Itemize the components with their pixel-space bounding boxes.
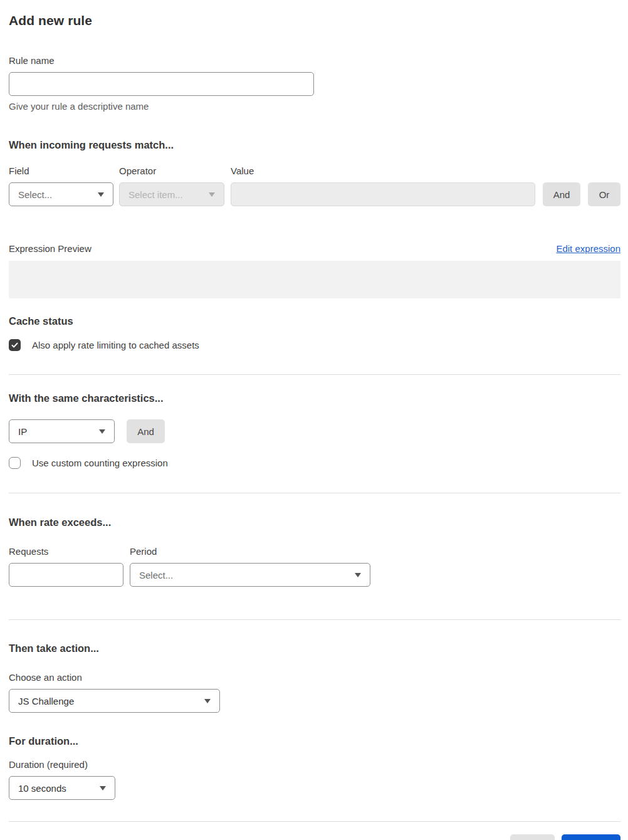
chevron-down-icon (355, 573, 361, 577)
match-heading: When incoming requests match... (9, 139, 620, 151)
action-label: Choose an action (9, 672, 620, 683)
expression-preview-label: Expression Preview (9, 243, 92, 254)
rule-name-label: Rule name (9, 55, 620, 66)
rate-heading: When rate exceeds... (9, 517, 620, 528)
value-column: Value (231, 165, 535, 206)
counting-expression-row: Use custom counting expression (9, 457, 620, 469)
duration-label: Duration (required) (9, 759, 620, 770)
duration-select-value: 10 seconds (18, 783, 66, 794)
or-button[interactable]: Or (588, 182, 620, 206)
chevron-down-icon (98, 192, 104, 197)
value-label: Value (231, 165, 535, 176)
duration-heading: For duration... (9, 735, 620, 747)
characteristics-heading: With the same characteristics... (9, 392, 620, 404)
period-label: Period (130, 546, 370, 557)
chevron-down-icon (204, 699, 211, 703)
match-row: Field Select... Operator Select item... … (9, 165, 620, 206)
divider (9, 619, 620, 620)
field-column: Field Select... (9, 165, 113, 206)
requests-input[interactable] (9, 563, 123, 587)
cache-status-heading: Cache status (9, 315, 620, 327)
checkmark-icon (11, 341, 19, 349)
add-rule-button[interactable]: Add rule (562, 834, 620, 840)
custom-counting-checkbox[interactable] (9, 457, 21, 469)
cached-assets-checkbox[interactable] (9, 339, 21, 351)
footer-actions: Back Add rule (9, 834, 620, 840)
expression-preview-header: Expression Preview Edit expression (9, 243, 620, 254)
field-label: Field (9, 165, 113, 176)
operator-label: Operator (119, 165, 224, 176)
back-button[interactable]: Back (510, 834, 555, 840)
add-rule-form: Add new rule Rule name Give your rule a … (0, 0, 628, 840)
characteristic-select-value: IP (18, 426, 27, 437)
action-select-value: JS Challenge (18, 696, 74, 706)
operator-select: Select item... (119, 182, 224, 206)
characteristic-select[interactable]: IP (9, 419, 115, 443)
divider (9, 374, 620, 375)
requests-column: Requests (9, 546, 123, 587)
edit-expression-link[interactable]: Edit expression (556, 243, 620, 254)
divider (9, 821, 620, 822)
cache-checkbox-row: Also apply rate limiting to cached asset… (9, 339, 620, 351)
cached-assets-label: Also apply rate limiting to cached asset… (32, 340, 199, 350)
operator-select-value: Select item... (128, 189, 183, 200)
characteristics-row: IP And (9, 419, 620, 443)
duration-select[interactable]: 10 seconds (9, 776, 115, 800)
field-select[interactable]: Select... (9, 182, 113, 206)
action-select[interactable]: JS Challenge (9, 689, 220, 713)
value-input (231, 182, 535, 206)
rule-name-helper: Give your rule a descriptive name (9, 101, 620, 112)
rule-name-input[interactable] (9, 72, 314, 96)
requests-label: Requests (9, 546, 123, 557)
period-select[interactable]: Select... (130, 563, 370, 587)
expression-preview-box (9, 261, 620, 298)
period-select-value: Select... (139, 570, 173, 580)
rule-name-block: Rule name Give your rule a descriptive n… (9, 55, 620, 112)
custom-counting-label: Use custom counting expression (32, 458, 168, 468)
and-button[interactable]: And (543, 182, 580, 206)
action-heading: Then take action... (9, 643, 620, 654)
chevron-down-icon (100, 786, 106, 790)
divider (9, 493, 620, 493)
field-select-value: Select... (18, 189, 52, 200)
rate-row: Requests Period Select... (9, 546, 620, 587)
operator-column: Operator Select item... (119, 165, 224, 206)
characteristics-and-button[interactable]: And (127, 419, 165, 443)
chevron-down-icon (99, 429, 105, 434)
chevron-down-icon (209, 192, 215, 197)
period-column: Period Select... (130, 546, 370, 587)
page-title: Add new rule (9, 13, 620, 28)
